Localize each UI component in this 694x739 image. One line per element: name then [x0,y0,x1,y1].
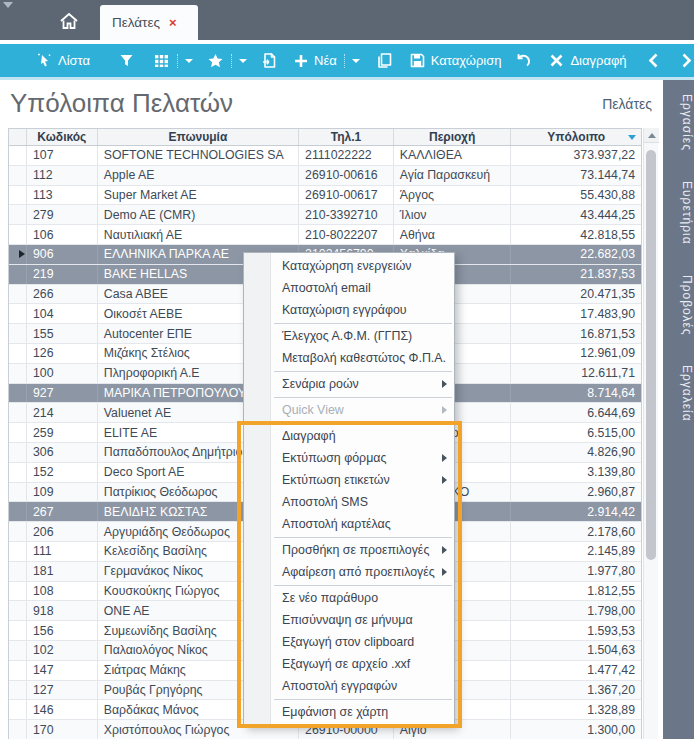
balance-cell: 55.430,88 [511,186,641,205]
side-tab-provoles[interactable]: Προβολές [663,265,694,346]
balance-cell: 12.961,09 [511,344,641,363]
vertical-scrollbar[interactable] [643,128,658,739]
code-cell: 156 [27,621,98,640]
table-row[interactable]: 106Ναυτιλιακή ΑΕ210-8022207Αθήνα42.818,5… [9,225,641,245]
cursor-sparkle-icon [36,52,53,69]
code-cell: 147 [27,661,98,680]
row-marker-cell [9,681,27,700]
menu-print-form[interactable]: Εκτύπωση φόρμας [244,447,454,469]
chevron-left-icon [645,52,662,69]
balance-cell: 1.798,00 [511,601,641,620]
balance-cell: 1.977,80 [511,562,641,581]
chevron-down-icon[interactable] [352,59,360,63]
menu-send-email[interactable]: Αποστολή email [244,277,454,299]
side-tab-evretiria[interactable]: Ευρετήρια [663,171,694,255]
menu-add-to-defaults[interactable]: Προσθήκη σε προεπιλογές [244,539,454,561]
column-header-5[interactable]: Υπόλοιπο [511,129,641,145]
side-tab-ergaleia[interactable]: Εργαλεία [663,355,694,432]
code-cell: 104 [27,304,98,323]
code-cell: 306 [27,443,98,462]
toolbar-save-button[interactable]: Καταχώριση [409,52,502,69]
tab-customers[interactable]: Πελάτες × [100,5,198,40]
toolbar-next-button[interactable] [678,52,694,69]
row-marker-cell [9,700,27,719]
toolbar-export-page-button[interactable] [261,52,278,69]
toolbar-list-button[interactable]: Λίστα [36,52,90,69]
menu-change-vat-status[interactable]: Μεταβολή καθεστώτος Φ.Π.Α. [244,347,454,369]
table-row[interactable]: 279Demo AE (CMR)210-3392710Ίλιον43.444,2… [9,205,641,225]
table-row[interactable]: 113Super Market AE26910-00617Άργος55.430… [9,186,641,206]
menu-print-labels[interactable]: Εκτύπωση ετικετών [244,469,454,491]
balance-cell: 21.837,53 [511,265,641,284]
menu-export-xxf-file[interactable]: Εξαγωγή σε αρχείο .xxf [244,653,454,675]
table-row[interactable]: 107SOFTONE TECHNOLOGIES SA2111022222ΚΑΛΛ… [9,146,641,166]
side-tab-ergasies[interactable]: Εργασίες [663,84,694,161]
delete-x-icon [548,52,565,69]
toolbar-prev-button[interactable] [645,52,662,69]
copy-icon [376,52,393,69]
menu-remove-from-defaults[interactable]: Αφαίρεση από προεπιλογές [244,561,454,583]
menu-new-window[interactable]: Σε νέο παράθυρο [244,587,454,609]
corner-dropdown-icon[interactable] [3,2,13,8]
chevron-down-icon[interactable] [239,59,247,63]
tab-close-icon[interactable]: × [169,16,177,29]
menu-register-actions[interactable]: Καταχώρηση ενεργειών [244,255,454,277]
toolbar-columns-button[interactable] [153,52,193,69]
menu-flow-scenarios[interactable]: Σενάρια ροών [244,373,454,395]
region-cell: Ίλιον [394,205,512,224]
toolbar-undo-button[interactable] [515,52,532,69]
toolbar-filter-button[interactable] [118,52,135,69]
menu-separator [274,423,452,424]
column-header-3[interactable]: Τηλ.1 [299,129,394,145]
menu-delete-label: Διαγραφή [282,429,336,443]
home-button[interactable] [58,10,80,32]
column-header-4[interactable]: Περιοχή [394,129,512,145]
toolbar-copy-button[interactable] [376,52,393,69]
chevron-down-icon[interactable] [185,59,193,63]
sort-descending-icon[interactable] [628,135,636,140]
code-cell: 127 [27,681,98,700]
row-marker-cell [9,582,27,601]
submenu-arrow-icon [442,380,447,388]
menu-register-document-label: Καταχώριση εγγράφου [282,303,407,317]
scroll-up-button[interactable] [644,128,659,143]
menu-send-sms-label: Αποστολή SMS [282,495,368,509]
toolbar-favorites-button[interactable] [207,52,247,69]
column-header-1[interactable]: Κωδικός [27,129,98,145]
region-cell: Αγία Παρασκευή [394,166,512,185]
menu-export-clipboard[interactable]: Εξαγωγή στον clipboard [244,631,454,653]
menu-delete[interactable]: Διαγραφή [244,425,454,447]
phone-cell: 210-8022207 [299,225,394,244]
menu-send-statement[interactable]: Αποστολή καρτέλας [244,513,454,535]
toolbar-new-button[interactable]: Νέα [292,52,360,69]
menu-show-on-map[interactable]: Εμφάνιση σε χάρτη [244,701,454,723]
row-marker-cell [9,621,27,640]
code-cell: 170 [27,720,98,739]
toolbar-delete-button[interactable]: Διαγραφή [548,52,626,69]
toolbar-new-button-label: Νέα [314,53,337,68]
divider [231,54,232,68]
column-header-2[interactable]: Επωνυμία [98,129,299,145]
code-cell: 106 [27,225,98,244]
menu-flow-scenarios-label: Σενάρια ροών [282,377,359,391]
menu-send-records[interactable]: Αποστολή εγγραφών [244,675,454,697]
row-marker-cell [9,522,27,541]
row-marker-cell [9,483,27,502]
table-row[interactable]: 112Apple AE26910-00616Αγία Παρασκευή73.1… [9,166,641,186]
menu-register-document[interactable]: Καταχώριση εγγράφου [244,299,454,321]
balance-cell: 373.937,22 [511,146,641,165]
balance-cell: 2.145,89 [511,542,641,561]
toolbar-save-button-label: Καταχώριση [431,53,502,68]
code-cell: 927 [27,384,98,403]
menu-attach-to-message[interactable]: Επισύνναψη σε μήνυμα [244,609,454,631]
menu-separator [274,537,452,538]
row-marker-cell [9,641,27,660]
current-row-marker-icon [19,250,25,258]
code-cell: 152 [27,463,98,482]
code-cell: 906 [27,245,98,264]
scrollbar-thumb[interactable] [646,150,656,560]
code-cell: 113 [27,186,98,205]
menu-check-vat-number[interactable]: Έλεγχος Α.Φ.Μ. (ΓΓΠΣ) [244,325,454,347]
menu-send-sms[interactable]: Αποστολή SMS [244,491,454,513]
row-marker-cell [9,661,27,680]
